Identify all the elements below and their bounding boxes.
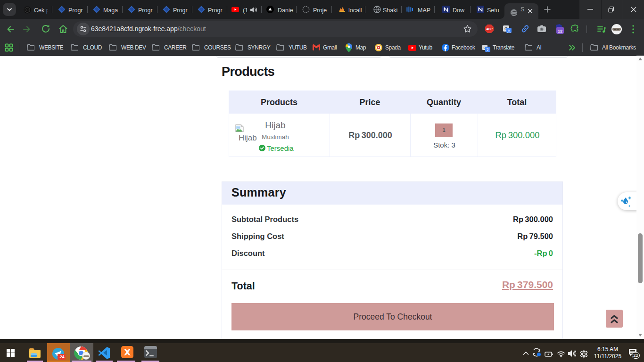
- svg-text:文: 文: [486, 48, 490, 52]
- svg-text:ABP: ABP: [486, 27, 493, 31]
- svg-text:12: 12: [558, 29, 562, 33]
- svg-text:文: 文: [507, 29, 511, 33]
